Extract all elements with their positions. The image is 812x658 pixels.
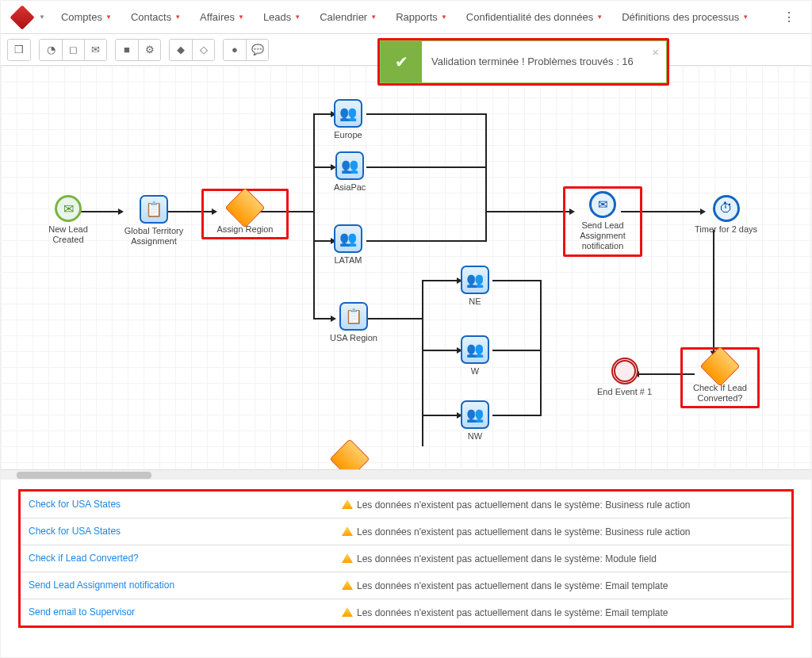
start-event-icon: ✉ xyxy=(55,195,82,222)
node-assign-region[interactable]: Assign Region xyxy=(201,189,289,239)
node-global-territory[interactable]: 📋 Global Territory Assignment xyxy=(118,195,190,247)
top-nav: ▼ Comptes▼ Contacts▼ Affaires▼ Leads▼ Ca… xyxy=(1,1,811,34)
validation-message: Les données n'existent pas actuellement … xyxy=(342,499,783,511)
caret-down-icon: ▼ xyxy=(294,13,301,21)
end-event-icon xyxy=(611,358,638,384)
process-canvas[interactable]: ✉ New Lead Created 📋 Global Territory As… xyxy=(1,66,811,480)
validation-row: Send Lead Assignment notification Les do… xyxy=(21,572,791,599)
timer-event-icon: ⏱ xyxy=(713,195,740,222)
warning-icon xyxy=(342,526,353,536)
tool-diamond-icon[interactable]: ◆ xyxy=(170,40,192,60)
caret-down-icon: ▼ xyxy=(39,13,45,21)
validation-link[interactable]: Check for USA States xyxy=(29,526,342,537)
validation-link[interactable]: Send email to Supervisor xyxy=(29,606,342,618)
warning-icon xyxy=(342,553,353,563)
nav-contacts[interactable]: Contacts▼ xyxy=(123,6,189,28)
node-w[interactable]: 👥 W xyxy=(461,335,489,377)
caret-down-icon: ▼ xyxy=(105,13,112,21)
tool-cube-icon[interactable]: ❒ xyxy=(8,40,30,60)
validation-toast: ✔ Validation terminée ! Problèmes trouvé… xyxy=(377,38,669,86)
users-icon: 👥 xyxy=(334,99,362,128)
validation-row: Check for USA States Les données n'exist… xyxy=(21,492,791,518)
nav-comptes[interactable]: Comptes▼ xyxy=(53,6,120,28)
validation-message: Les données n'existent pas actuellement … xyxy=(342,553,783,564)
nav-confidentialite[interactable]: Confidentialité des données▼ xyxy=(458,6,611,28)
validation-message: Les données n'existent pas actuellement … xyxy=(342,526,783,537)
horizontal-scrollbar[interactable] xyxy=(1,469,811,480)
caret-down-icon: ▼ xyxy=(238,13,244,21)
caret-down-icon: ▼ xyxy=(742,13,749,21)
tool-mail-icon[interactable]: ✉ xyxy=(84,40,106,60)
gateway-icon xyxy=(225,188,266,228)
node-europe[interactable]: 👥 Europe xyxy=(334,99,362,140)
nav-more-button[interactable]: ⋮ xyxy=(775,5,803,29)
node-nw[interactable]: 👥 NW xyxy=(461,400,489,442)
activity-icon: 📋 xyxy=(140,195,168,224)
tool-comment-icon[interactable]: 💬 xyxy=(246,40,268,60)
users-icon: 👥 xyxy=(334,224,362,253)
mail-event-icon: ✉ xyxy=(589,191,616,218)
activity-icon: 📋 xyxy=(339,302,368,331)
tool-inbox-icon[interactable]: ◻ xyxy=(62,40,84,60)
caret-down-icon: ▼ xyxy=(596,13,603,21)
gateway-icon xyxy=(700,346,741,387)
node-check-lead-converted[interactable]: Check If Lead Converted? xyxy=(680,347,760,408)
warning-icon xyxy=(342,580,353,590)
tool-gears-icon[interactable]: ⚙ xyxy=(138,40,160,60)
logo-menu[interactable]: ▼ xyxy=(9,9,50,26)
nav-rapports[interactable]: Rapports▼ xyxy=(388,6,455,28)
validation-list: Check for USA States Les données n'exist… xyxy=(18,489,794,628)
nav-definitions-processus[interactable]: Définitions des processus▼ xyxy=(614,6,756,28)
validation-message: Les données n'existent pas actuellement … xyxy=(342,580,783,591)
tool-circle-icon[interactable]: ● xyxy=(224,40,246,60)
node-end-event[interactable]: End Event # 1 xyxy=(597,358,652,397)
validation-link[interactable]: Send Lead Assignment notification xyxy=(29,580,342,591)
caret-down-icon: ▼ xyxy=(370,13,377,21)
warning-icon xyxy=(342,499,353,509)
validation-link[interactable]: Check if Lead Converted? xyxy=(29,553,342,564)
close-icon[interactable]: × xyxy=(652,45,659,59)
node-timer[interactable]: ⏱ Timer for 2 days xyxy=(695,195,757,235)
check-circle-icon: ✔ xyxy=(381,41,422,82)
users-icon: 👥 xyxy=(461,335,489,364)
tool-stop-icon[interactable]: ■ xyxy=(116,40,138,60)
nav-leads[interactable]: Leads▼ xyxy=(255,6,308,28)
validation-row: Check if Lead Converted? Les données n'e… xyxy=(21,545,791,572)
validation-link[interactable]: Check for USA States xyxy=(29,499,342,511)
nav-affaires[interactable]: Affaires▼ xyxy=(192,6,252,28)
tool-clock-icon[interactable]: ◔ xyxy=(40,40,62,60)
caret-down-icon: ▼ xyxy=(441,13,447,21)
validation-message: Les données n'existent pas actuellement … xyxy=(342,606,783,618)
node-asiapac[interactable]: 👥 AsiaPac xyxy=(334,151,366,193)
caret-down-icon: ▼ xyxy=(174,13,181,21)
logo-icon xyxy=(10,5,34,29)
users-icon: 👥 xyxy=(461,400,489,429)
node-usa-region[interactable]: 📋 USA Region xyxy=(330,302,377,343)
tool-diamond2-icon[interactable]: ◇ xyxy=(192,40,214,60)
nav-calendrier[interactable]: Calendrier▼ xyxy=(312,6,385,28)
validation-row: Send email to Supervisor Les données n'e… xyxy=(21,599,791,625)
node-ne[interactable]: 👥 NE xyxy=(461,266,489,307)
users-icon: 👥 xyxy=(461,266,489,294)
toast-message: Validation terminée ! Problèmes trouvés … xyxy=(422,49,666,75)
warning-icon xyxy=(342,607,353,617)
node-latam[interactable]: 👥 LATAM xyxy=(334,224,362,266)
node-new-lead-created[interactable]: ✉ New Lead Created xyxy=(33,195,104,245)
users-icon: 👥 xyxy=(335,151,364,180)
validation-row: Check for USA States Les données n'exist… xyxy=(21,518,791,545)
node-send-lead-notification[interactable]: ✉ Send Lead Assignment notification xyxy=(563,186,642,257)
scrollbar-thumb[interactable] xyxy=(17,472,151,479)
